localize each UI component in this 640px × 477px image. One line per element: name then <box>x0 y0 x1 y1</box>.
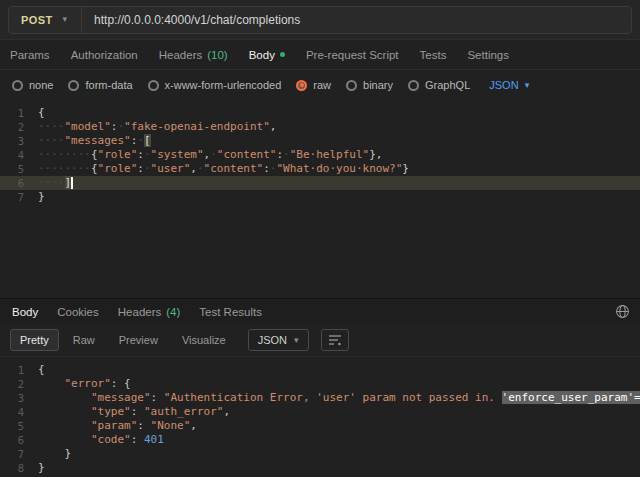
code-line[interactable]: 6 "code": 401 <box>0 433 640 447</box>
response-tab-cookies[interactable]: Cookies <box>57 306 99 318</box>
chevron-down-icon: ▾ <box>525 81 530 90</box>
line-number: 8 <box>0 461 24 475</box>
radio-icon <box>408 80 419 91</box>
line-number: 1 <box>0 106 24 120</box>
code-line[interactable]: 2 "error": { <box>0 377 640 391</box>
radio-icon <box>12 80 23 91</box>
mode-raw[interactable]: raw <box>296 79 331 91</box>
tab-body[interactable]: Body <box>249 49 285 61</box>
mode-binary[interactable]: binary <box>346 79 393 91</box>
line-number: 4 <box>0 148 24 162</box>
view-tab-raw[interactable]: Raw <box>63 329 105 351</box>
response-body-editor[interactable]: 1{2 "error": {3 "message": "Authenticati… <box>0 357 640 477</box>
code-line[interactable]: 5 "param": "None", <box>0 419 640 433</box>
view-tab-pretty[interactable]: Pretty <box>10 329 59 351</box>
raw-language-selector[interactable]: JSON ▾ <box>489 79 529 91</box>
view-tab-preview[interactable]: Preview <box>109 329 168 351</box>
code-line[interactable]: 7} <box>0 190 640 204</box>
tab-pre-request-script[interactable]: Pre-request Script <box>306 49 399 61</box>
tab-tests[interactable]: Tests <box>420 49 447 61</box>
line-number: 2 <box>0 120 24 134</box>
view-tab-visualize[interactable]: Visualize <box>172 329 236 351</box>
mode-none[interactable]: none <box>12 79 53 91</box>
url-box: POST ▾ http://0.0.0.0:4000/v1/chat/compl… <box>8 6 632 34</box>
line-number: 7 <box>0 447 24 461</box>
code-line[interactable]: 1{ <box>0 363 640 377</box>
response-tab-body[interactable]: Body <box>12 306 38 318</box>
line-number: 4 <box>0 405 24 419</box>
headers-count: (10) <box>207 49 227 61</box>
chevron-down-icon: ▾ <box>63 15 68 24</box>
chevron-down-icon: ▾ <box>294 336 299 345</box>
mode-graphql[interactable]: GraphQL <box>408 79 470 91</box>
request-tabs: Params Authorization Headers(10) Body Pr… <box>0 40 640 70</box>
code-line[interactable]: 3 "message": "Authentication Error, 'use… <box>0 391 640 405</box>
radio-icon <box>68 80 79 91</box>
line-number: 5 <box>0 419 24 433</box>
body-content-dot-icon <box>280 52 285 57</box>
radio-icon <box>346 80 357 91</box>
response-tabs: Body Cookies Headers(4) Test Results <box>0 298 640 324</box>
tab-headers[interactable]: Headers(10) <box>159 49 228 61</box>
mode-x-www-form-urlencoded[interactable]: x-www-form-urlencoded <box>148 79 282 91</box>
code-line[interactable]: 5········{"role":·"user",·"content":·"Wh… <box>0 162 640 176</box>
radio-selected-icon <box>296 80 307 91</box>
code-line[interactable]: 3····"messages":·[ <box>0 134 640 148</box>
line-number: 7 <box>0 190 24 204</box>
globe-icon[interactable] <box>615 304 630 321</box>
body-mode-row: none form-data x-www-form-urlencoded raw… <box>0 70 640 100</box>
request-body-editor[interactable]: 1{2····"model":·"fake-openai-endpoint",3… <box>0 100 640 298</box>
line-number: 6 <box>0 176 24 190</box>
response-view-row: Pretty Raw Preview Visualize JSON ▾ <box>0 324 640 357</box>
code-line[interactable]: 7 } <box>0 447 640 461</box>
code-line[interactable]: 6····] <box>0 176 640 190</box>
method-selector[interactable]: POST ▾ <box>9 7 82 33</box>
line-number: 3 <box>0 134 24 148</box>
code-line[interactable]: 4········{"role":·"system",·"content":·"… <box>0 148 640 162</box>
response-headers-count: (4) <box>166 306 180 318</box>
method-label: POST <box>21 14 53 26</box>
tab-params[interactable]: Params <box>10 49 50 61</box>
response-tab-headers[interactable]: Headers(4) <box>118 306 181 318</box>
code-line[interactable]: 4 "type": "auth_error", <box>0 405 640 419</box>
code-line[interactable]: 8} <box>0 461 640 475</box>
line-number: 1 <box>0 363 24 377</box>
line-number: 5 <box>0 162 24 176</box>
tab-settings[interactable]: Settings <box>467 49 509 61</box>
line-number: 6 <box>0 433 24 447</box>
request-url-bar: POST ▾ http://0.0.0.0:4000/v1/chat/compl… <box>0 0 640 40</box>
mode-form-data[interactable]: form-data <box>68 79 132 91</box>
response-tab-test-results[interactable]: Test Results <box>199 306 262 318</box>
code-line[interactable]: 2····"model":·"fake-openai-endpoint", <box>0 120 640 134</box>
tab-authorization[interactable]: Authorization <box>71 49 138 61</box>
line-number: 3 <box>0 391 24 405</box>
line-number: 2 <box>0 377 24 391</box>
response-language-selector[interactable]: JSON ▾ <box>248 329 309 351</box>
code-line[interactable]: 1{ <box>0 106 640 120</box>
wrap-lines-icon[interactable] <box>321 329 349 351</box>
url-input[interactable]: http://0.0.0.0:4000/v1/chat/completions <box>82 13 300 27</box>
radio-icon <box>148 80 159 91</box>
